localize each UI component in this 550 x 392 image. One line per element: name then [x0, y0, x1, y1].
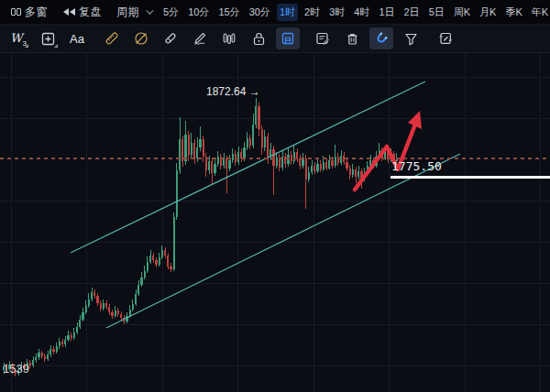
candle-body	[115, 310, 116, 316]
bookmark-icon	[280, 30, 296, 47]
pencil-squiggle-icon	[192, 30, 208, 47]
candle-body	[108, 307, 110, 312]
timeframe-button[interactable]: 年K	[529, 4, 550, 21]
timeframe-button[interactable]: 2日	[402, 4, 423, 21]
candle-body	[76, 327, 78, 332]
period-dropdown[interactable]: 周期	[116, 5, 151, 20]
candle-body	[335, 157, 336, 166]
eraser-tool-button[interactable]	[159, 27, 182, 49]
candle-body	[276, 158, 278, 166]
candle-body	[8, 365, 10, 369]
timeframe-button[interactable]: 3时	[326, 4, 347, 21]
candle-body	[120, 314, 122, 318]
wave-tool-button[interactable]: W3	[6, 27, 30, 49]
candle-body	[52, 349, 54, 352]
gold-ruler-icon	[104, 30, 120, 47]
candle-body	[232, 154, 234, 160]
drawing-toolbar: W3 Aa	[0, 25, 550, 53]
chart-area[interactable]: 1872.64 → 1775.50 1539	[0, 53, 550, 392]
candle-body	[182, 139, 183, 161]
timeframe-button[interactable]: 季K	[502, 4, 524, 21]
candlestick-chart[interactable]	[0, 53, 550, 392]
eraser-icon	[162, 30, 179, 47]
candle-body	[35, 357, 37, 360]
candle-body	[296, 152, 298, 158]
text-tool-label: Aa	[70, 32, 84, 46]
candle-body	[272, 149, 274, 166]
candle-body	[264, 136, 266, 147]
candle-body	[217, 157, 219, 164]
candle-body	[82, 312, 83, 320]
candle-body	[346, 162, 347, 169]
timeframe-button[interactable]: 周K	[451, 4, 473, 21]
candle-body	[179, 139, 181, 170]
timeframe-toolbar: 多窗 复盘 周期 5分10分15分30分1时2时3时4时1日2日5日周K月K季K…	[0, 0, 550, 25]
candle-body	[316, 164, 318, 171]
multi-window-button[interactable]: 多窗	[11, 5, 48, 20]
candle-body	[247, 138, 248, 147]
candle-body	[196, 147, 198, 158]
gold-ellipse-tool-button[interactable]	[129, 27, 153, 49]
candle-body	[85, 306, 87, 312]
timeframe-button[interactable]: 月K	[477, 4, 499, 21]
delete-drawings-button[interactable]	[340, 27, 364, 49]
gold-circle-slash-icon	[133, 30, 149, 47]
lock-drawings-button[interactable]	[247, 27, 270, 49]
timeframe-button[interactable]: 30分	[247, 4, 273, 21]
timeframe-button[interactable]: 5分	[160, 4, 182, 21]
candle-body	[176, 170, 178, 217]
timeframe-button[interactable]: 5日	[426, 4, 447, 21]
candle-body	[243, 147, 245, 158]
candle-body	[291, 155, 292, 161]
text-tool-button[interactable]: Aa	[65, 27, 89, 49]
candle-body	[258, 106, 259, 129]
candle-body	[59, 342, 60, 346]
candle-body	[358, 171, 359, 177]
candle-body	[44, 356, 46, 359]
candle-body	[91, 292, 93, 299]
candle-body	[228, 160, 230, 169]
candle-body	[170, 267, 171, 269]
timeframe-button[interactable]: 4时	[351, 4, 372, 21]
candle-body	[287, 155, 289, 164]
candle-body	[267, 136, 269, 157]
magnet-icon	[373, 30, 390, 47]
channel-trendline	[106, 154, 460, 328]
candle-body	[100, 303, 102, 309]
magnet-mode-button[interactable]	[369, 27, 393, 49]
candle-body	[88, 299, 90, 306]
bars-pattern-tool-button[interactable]	[217, 27, 241, 49]
filter-button[interactable]	[399, 27, 423, 49]
trading-app-window: 多窗 复盘 周期 5分10分15分30分1时2时3时4时1日2日5日周K月K季K…	[0, 0, 550, 392]
bookmark-tool-button[interactable]	[276, 27, 300, 49]
candle-body	[144, 271, 146, 278]
candle-body	[284, 157, 286, 164]
gold-ruler-tool-button[interactable]	[100, 27, 124, 49]
timeframe-button[interactable]: 15分	[215, 4, 242, 21]
candle-body	[167, 256, 169, 267]
shapes-tool-button[interactable]	[36, 27, 60, 49]
candle-body	[50, 349, 51, 354]
brush-tool-button[interactable]	[188, 27, 212, 49]
candle-body	[355, 169, 357, 177]
reset-drawing-button[interactable]	[434, 27, 457, 49]
edit-note-button[interactable]	[311, 27, 335, 49]
timeframe-button[interactable]: 10分	[185, 4, 212, 21]
replay-button[interactable]: 复盘	[62, 5, 102, 20]
timeframe-list: 5分10分15分30分1时2时3时4时1日2日5日周K月K季K年K1分	[160, 4, 550, 21]
timeframe-button[interactable]: 2时	[302, 4, 323, 21]
candle-body	[96, 296, 98, 303]
candle-body	[305, 158, 307, 180]
candle-body	[199, 139, 201, 147]
candle-body	[149, 256, 151, 262]
timeframe-button[interactable]: 1日	[376, 4, 397, 21]
candle-body	[56, 346, 58, 352]
candle-body	[23, 365, 25, 368]
candle-body	[67, 335, 69, 340]
candle-body	[184, 135, 186, 161]
candle-body	[203, 139, 204, 157]
candle-body	[117, 310, 119, 314]
timeframe-button[interactable]: 1时	[277, 4, 298, 21]
candle-body	[323, 162, 324, 169]
candle-body	[61, 342, 63, 344]
